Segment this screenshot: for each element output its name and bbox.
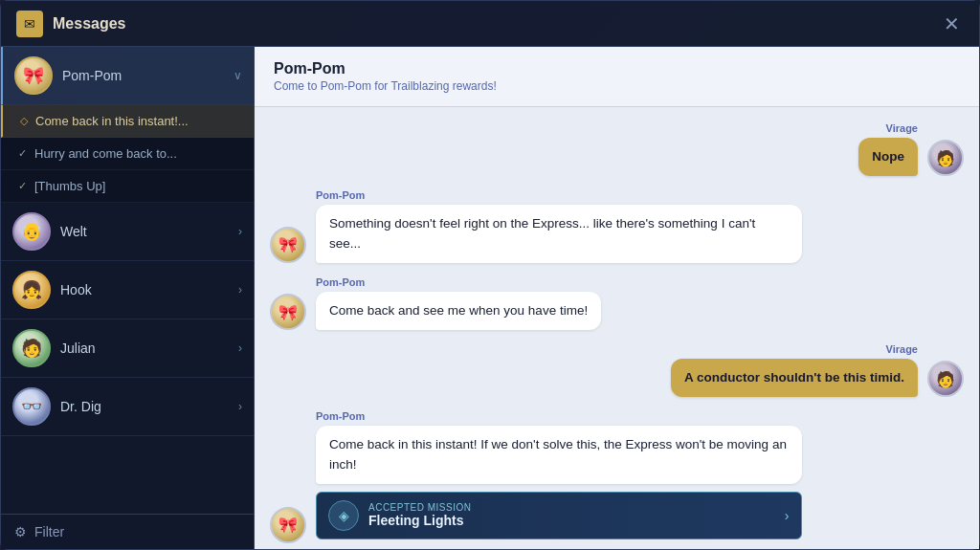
hook-face-icon [21, 279, 42, 300]
avatar-julian [12, 329, 51, 367]
chat-contact-subtitle: Come to Pom-Pom for Trailblazing rewards… [274, 79, 960, 93]
diamond-icon: ◇ [20, 115, 28, 127]
msg-content-2: Pom-Pom Something doesn't feel right on … [316, 189, 802, 263]
contact-name-welt: Welt [60, 224, 229, 239]
msg-content-3: Pom-Pom Come back and see me when you ha… [316, 276, 601, 330]
contact-name-hook: Hook [60, 282, 229, 297]
window-title: Messages [53, 15, 126, 33]
chevron-right-icon-drdig: › [238, 400, 242, 413]
msg-bubble-5: Come back in this instant! If we don't s… [316, 426, 802, 484]
message-row-3: Pom-Pom Come back and see me when you ha… [270, 276, 964, 330]
mission-name: Fleeting Lights [368, 513, 775, 528]
avatar-drdig [12, 387, 51, 426]
message-row-2: Pom-Pom Something doesn't feel right on … [270, 189, 964, 263]
sidebar: Pom-Pom ∨ ◇ Come back in this instant!..… [1, 47, 255, 549]
mission-card[interactable]: ◈ Accepted Mission Fleeting Lights › [316, 492, 802, 539]
avatar-pompom-msg-2 [270, 227, 306, 263]
pompom-face-icon-5 [278, 516, 298, 534]
welt-face-icon [21, 221, 42, 242]
pompom-face-icon [23, 65, 44, 86]
msg-sender-virage-4: Virage [671, 343, 918, 355]
mission-label: Accepted Mission [368, 502, 775, 513]
messages-icon: ✉ [16, 11, 43, 37]
message-row-5: Pom-Pom Come back in this instant! If we… [270, 410, 964, 543]
sidebar-spacer [1, 436, 254, 514]
msg-sender-pompom-3: Pom-Pom [316, 276, 601, 288]
sub-item-label-come-back: Come back in this instant!... [35, 114, 189, 128]
filter-icon: ⚙ [14, 524, 27, 539]
mission-icon-wrap: ◈ [328, 500, 359, 531]
contact-name-drdig: Dr. Dig [60, 399, 229, 414]
msg-sender-pompom-2: Pom-Pom [316, 189, 802, 201]
msg-content-1: Virage Nope [858, 122, 918, 176]
avatar-hook [12, 271, 51, 309]
mission-chevron-icon: › [785, 508, 790, 523]
chat-area: Pom-Pom Come to Pom-Pom for Trailblazing… [255, 47, 979, 549]
filter-bar[interactable]: ⚙ Filter [1, 514, 254, 549]
chevron-down-icon: ∨ [234, 69, 242, 82]
avatar-virage-1 [927, 140, 964, 176]
chevron-right-icon-hook: › [238, 283, 242, 297]
msg-bubble-4: A conductor shouldn't be this timid. [671, 359, 918, 397]
virage-face-icon-1 [936, 149, 955, 167]
virage-face-icon-4 [936, 370, 955, 388]
mission-diamond-icon: ◈ [339, 508, 349, 523]
chat-messages: Virage Nope Pom-Pom Something doesn't fe… [255, 107, 979, 549]
avatar-pompom-msg-3 [270, 294, 306, 330]
title-left: ✉ Messages [16, 11, 126, 37]
app-window: ✉ Messages ✕ Pom-Pom ∨ ◇ Come back in th… [0, 0, 980, 550]
avatar-pompom-msg-5 [270, 507, 306, 543]
close-button[interactable]: ✕ [940, 9, 964, 39]
message-row-4: Virage A conductor shouldn't be this tim… [270, 343, 964, 397]
main-content: Pom-Pom ∨ ◇ Come back in this instant!..… [1, 47, 979, 549]
sub-item-thumbs-up[interactable]: ✓ [Thumbs Up] [1, 170, 254, 203]
avatar-pompom [14, 56, 53, 95]
msg-bubble-2: Something doesn't feel right on the Expr… [316, 205, 802, 263]
sidebar-item-pompom[interactable]: Pom-Pom ∨ [1, 47, 254, 105]
avatar-virage-4 [927, 361, 964, 397]
sub-item-label-thumbs: [Thumbs Up] [34, 179, 105, 193]
julian-face-icon [21, 338, 42, 359]
contact-name-julian: Julian [60, 341, 229, 356]
msg-sender-pompom-5: Pom-Pom [316, 410, 802, 422]
msg-bubble-3: Come back and see me when you have time! [316, 292, 601, 330]
pompom-face-icon-3 [278, 303, 298, 321]
filter-label: Filter [34, 524, 64, 539]
check-icon-2: ✓ [18, 180, 27, 192]
chevron-right-icon-welt: › [238, 225, 242, 238]
pompom-face-icon-2 [278, 235, 298, 253]
sidebar-item-hook[interactable]: Hook › [1, 261, 254, 319]
msg-content-5: Pom-Pom Come back in this instant! If we… [316, 410, 802, 543]
sidebar-item-welt[interactable]: Welt › [1, 203, 254, 261]
avatar-welt [12, 212, 51, 251]
mission-text: Accepted Mission Fleeting Lights [368, 502, 775, 528]
sub-item-come-back-instant[interactable]: ◇ Come back in this instant!... [1, 105, 254, 138]
chat-scroll-container: Virage Nope Pom-Pom Something doesn't fe… [255, 107, 979, 549]
sidebar-item-drdig[interactable]: Dr. Dig › [1, 378, 254, 436]
chat-header: Pom-Pom Come to Pom-Pom for Trailblazing… [255, 47, 979, 107]
drdig-face-icon [21, 396, 42, 417]
sidebar-item-julian[interactable]: Julian › [1, 319, 254, 378]
title-bar: ✉ Messages ✕ [1, 1, 979, 47]
msg-content-4: Virage A conductor shouldn't be this tim… [671, 343, 918, 397]
msg-sender-virage-1: Virage [858, 122, 918, 134]
check-icon-1: ✓ [18, 147, 27, 160]
contact-name-pompom: Pom-Pom [62, 68, 224, 83]
pompom-sub-items: ◇ Come back in this instant!... ✓ Hurry … [1, 105, 254, 203]
msg-bubble-1: Nope [858, 138, 918, 176]
sub-item-hurry-come-back[interactable]: ✓ Hurry and come back to... [1, 138, 254, 170]
message-row-1: Virage Nope [270, 122, 964, 176]
sub-item-label-hurry: Hurry and come back to... [34, 146, 177, 161]
chat-contact-name: Pom-Pom [274, 60, 960, 77]
chevron-right-icon-julian: › [238, 341, 242, 355]
